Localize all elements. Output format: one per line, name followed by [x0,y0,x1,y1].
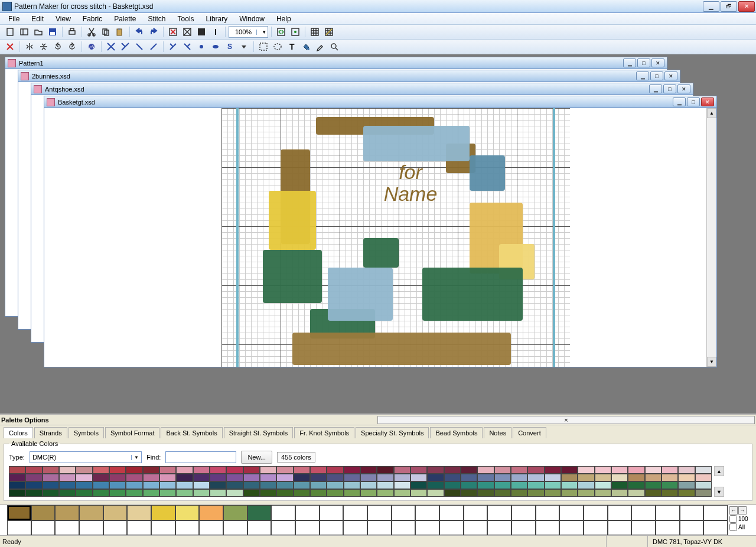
used-color-slot[interactable] [175,520,200,536]
color-swatch[interactable] [410,466,427,474]
color-swatch[interactable] [527,474,544,481]
zoom-tool[interactable] [328,40,341,53]
color-swatch[interactable] [294,474,310,481]
color-swatch[interactable] [260,481,276,489]
color-swatch[interactable] [427,466,444,474]
color-swatch[interactable] [611,481,628,489]
used-color-slot[interactable] [584,505,608,520]
used-color-slot[interactable] [392,520,416,536]
color-swatch[interactable] [494,466,511,474]
used-color-slot[interactable] [320,505,344,520]
color-swatch[interactable] [561,466,578,474]
color-swatch[interactable] [628,466,644,474]
fit-window-button[interactable] [275,25,288,38]
color-swatch[interactable] [327,481,343,489]
color-swatch[interactable] [427,481,444,489]
color-swatch[interactable] [210,474,226,481]
slash-tool[interactable] [147,40,160,53]
used-color-slot[interactable] [199,520,223,536]
special-stitch-dropdown[interactable] [237,40,250,53]
undo-button[interactable] [133,25,146,38]
color-swatch[interactable] [461,474,477,481]
color-swatch[interactable] [561,474,578,481]
erase-tool[interactable] [4,40,17,53]
used-color-slot[interactable] [199,505,223,520]
color-swatch[interactable] [260,489,276,497]
used-color-slot[interactable] [103,505,128,520]
color-swatch[interactable] [645,481,662,489]
color-swatch[interactable] [678,489,695,497]
color-swatch[interactable] [511,474,527,481]
used-color-slot[interactable] [271,520,295,536]
used-color-slot[interactable] [367,505,392,520]
color-swatch[interactable] [93,481,109,489]
color-swatch[interactable] [377,481,393,489]
color-swatch[interactable] [344,466,360,474]
mdi-close-button[interactable]: ✕ [677,84,690,93]
color-swatch[interactable] [545,466,561,474]
color-swatch[interactable] [662,474,678,481]
used-color-slot[interactable] [7,520,31,536]
mdi-maximize-button[interactable]: □ [637,58,650,67]
color-swatch[interactable] [444,474,461,481]
color-swatch[interactable] [494,474,511,481]
color-swatch[interactable] [611,474,628,481]
type-combo[interactable]: DMC(R)▼ [30,451,142,463]
palette-all-check[interactable] [729,523,737,531]
half-stitch-tool[interactable] [119,40,132,53]
used-color-slot[interactable] [511,505,536,520]
mdi-minimize-button[interactable]: ▁ [623,58,636,67]
color-swatch[interactable] [226,474,243,481]
used-color-slot[interactable] [55,520,79,536]
flip-v-button[interactable] [37,40,50,53]
color-swatch[interactable] [126,474,142,481]
color-swatch[interactable] [9,489,25,497]
used-color-slot[interactable] [703,505,728,520]
color-swatch[interactable] [159,466,176,474]
color-swatch[interactable] [210,489,226,497]
color-swatch[interactable] [93,489,109,497]
color-swatch[interactable] [59,474,76,481]
color-swatch[interactable] [143,489,159,497]
used-color-slot[interactable] [295,520,320,536]
color-swatch[interactable] [595,466,611,474]
mdi-minimize-button[interactable]: ▁ [636,71,649,80]
color-swatch[interactable] [595,474,611,481]
used-color-slot[interactable] [656,505,680,520]
color-swatch[interactable] [444,489,461,497]
color-swatch[interactable] [59,481,76,489]
copy-button[interactable] [99,25,112,38]
color-swatch[interactable] [243,466,260,474]
window-close-button[interactable]: ✕ [738,1,755,12]
color-swatch[interactable] [344,474,360,481]
color-swatch[interactable] [595,481,611,489]
tab-backst[interactable]: Back St. Symbols [161,427,222,438]
color-swatch[interactable] [377,474,393,481]
color-swatch[interactable] [9,481,25,489]
menu-stitch[interactable]: Stitch [142,14,172,24]
used-color-slot[interactable] [680,505,704,520]
color-swatch[interactable] [477,474,494,481]
color-swatch[interactable] [695,466,712,474]
color-swatch[interactable] [143,466,159,474]
color-swatch[interactable] [294,466,310,474]
color-swatch[interactable] [360,466,377,474]
color-swatch[interactable] [461,489,477,497]
color-swatch[interactable] [176,489,193,497]
used-color-slot[interactable] [656,520,680,536]
used-color-slot[interactable] [536,520,560,536]
center-button[interactable] [289,25,302,38]
library-button[interactable] [18,25,31,38]
color-swatch[interactable] [310,466,327,474]
mdi-window-basketgt[interactable]: Basketgt.xsd ▁ □ ✕ for Name [44,96,717,367]
used-color-slot[interactable] [343,505,367,520]
color-swatch[interactable] [511,481,527,489]
eyedropper-tool[interactable] [314,40,327,53]
color-swatch[interactable] [477,481,494,489]
mdi-titlebar[interactable]: Antqshoe.xsd ▁ □ ✕ [31,83,693,95]
menu-edit[interactable]: Edit [25,14,50,24]
color-swatch[interactable] [628,474,644,481]
color-swatch[interactable] [109,481,126,489]
color-swatch[interactable] [109,489,126,497]
color-swatch[interactable] [43,466,59,474]
